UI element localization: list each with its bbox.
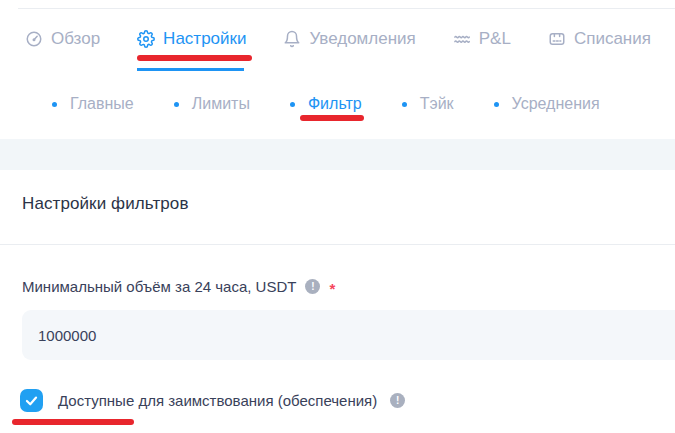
checkmark-icon (24, 393, 39, 408)
subtab-take[interactable]: Тэйк (402, 95, 454, 113)
active-tab-indicator (137, 68, 244, 71)
subtab-label: Лимиты (192, 95, 250, 113)
tab-notifications[interactable]: Уведомления (283, 29, 415, 49)
tab-label: Обзор (51, 29, 100, 49)
info-glyph: ! (396, 395, 399, 406)
receipt-icon (548, 30, 566, 48)
tab-label: Настройки (163, 29, 246, 49)
subtab-label: Главные (70, 95, 134, 113)
section-divider (0, 244, 675, 245)
sub-tab-bar: Главные Лимиты Фильтр Тэйк Усреднения (52, 95, 600, 113)
bullet-dot-icon (290, 102, 295, 107)
subtab-limits[interactable]: Лимиты (174, 95, 250, 113)
subtab-main[interactable]: Главные (52, 95, 134, 113)
annotation-underline-checkbox (12, 419, 134, 425)
bullet-dot-icon (174, 102, 179, 107)
annotation-underline-filter (300, 115, 364, 121)
tab-label: P&L (479, 29, 511, 49)
bullet-dot-icon (494, 102, 499, 107)
top-divider (18, 8, 675, 9)
tab-writeoffs[interactable]: Списания (548, 29, 651, 49)
subtab-label: Усреднения (512, 95, 600, 113)
info-icon[interactable]: ! (305, 279, 320, 294)
required-asterisk: * (329, 280, 335, 297)
min-volume-label: Минимальный объём за 24 часа, USDT (22, 278, 296, 295)
main-tab-bar: Обзор Настройки Уведомления P&L Списания (25, 29, 651, 49)
bell-icon (283, 30, 301, 48)
tab-settings[interactable]: Настройки (137, 29, 246, 49)
subtab-filter[interactable]: Фильтр (290, 95, 362, 113)
borrowable-checkbox-row: Доступные для заимствования (обеспечения… (20, 389, 405, 412)
min-volume-label-row: Минимальный объём за 24 часа, USDT ! * (22, 278, 335, 295)
bullet-dot-icon (52, 102, 57, 107)
borrowable-checkbox[interactable] (20, 389, 43, 412)
subtab-averaging[interactable]: Усреднения (494, 95, 600, 113)
bullet-dot-icon (402, 102, 407, 107)
dashboard-icon (25, 30, 43, 48)
tab-overview[interactable]: Обзор (25, 29, 100, 49)
info-icon[interactable]: ! (390, 393, 405, 408)
min-volume-input[interactable] (22, 310, 675, 360)
tab-pnl[interactable]: P&L (453, 29, 511, 49)
borrowable-checkbox-label[interactable]: Доступные для заимствования (обеспечения… (58, 392, 377, 409)
subtab-label: Тэйк (420, 95, 454, 113)
section-band (0, 139, 675, 170)
tab-label: Уведомления (309, 29, 415, 49)
page-title: Настройки фильтров (22, 194, 189, 214)
annotation-underline-settings (137, 55, 252, 61)
tab-label: Списания (574, 29, 651, 49)
gear-icon (137, 30, 155, 48)
pnl-waves-icon (453, 30, 471, 48)
subtab-label: Фильтр (308, 95, 362, 113)
info-glyph: ! (311, 281, 314, 292)
